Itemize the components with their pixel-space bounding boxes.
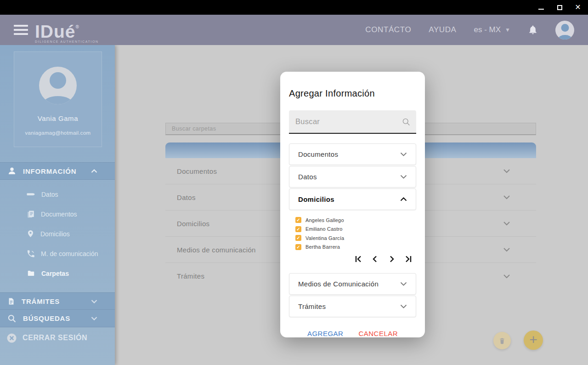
- sidebar-item-carpetas[interactable]: Carpetas: [27, 263, 115, 283]
- sidebar-item-documentos[interactable]: Documentos: [27, 204, 115, 224]
- add-information-modal: Agregar Información Documentos Datos Dom…: [280, 72, 425, 337]
- plus-icon: +: [529, 333, 537, 347]
- trash-icon: [498, 337, 506, 345]
- chevron-down-icon: [91, 316, 97, 320]
- chevron-down-icon[interactable]: [503, 195, 510, 200]
- chevron-up-icon: [91, 169, 97, 173]
- previous-page-button[interactable]: [371, 255, 379, 263]
- sidebar-item-datos[interactable]: Datos: [27, 184, 115, 204]
- logo-subtitle: DILIGENCE AUTHENTICATION: [35, 40, 99, 43]
- chevron-down-icon[interactable]: [503, 274, 510, 279]
- add-folder-button[interactable]: +: [524, 331, 543, 350]
- app-header: IDué® DILIGENCE AUTHENTICATION CONTÁCTO …: [0, 15, 588, 45]
- previous-page-icon: [371, 255, 379, 263]
- cancelar-button[interactable]: CANCELAR: [358, 330, 398, 337]
- domicilios-checklist: ✓ Angeles Gallego ✓ Emiliano Castro ✓ Va…: [295, 216, 416, 251]
- app-logo: IDué® DILIGENCE AUTHENTICATION: [35, 17, 99, 43]
- first-page-icon: [355, 255, 362, 263]
- chevron-up-icon: [400, 197, 407, 201]
- phone-icon: [27, 250, 35, 258]
- accordion-datos[interactable]: Datos: [289, 166, 416, 188]
- checkbox-checked-icon[interactable]: ✓: [295, 226, 301, 232]
- sidebar-section-busquedas[interactable]: BÚSQUEDAS: [0, 310, 115, 327]
- language-value: es - MX: [474, 25, 501, 34]
- chevron-down-icon: [400, 304, 407, 308]
- next-page-icon: [388, 255, 396, 263]
- search-icon: [7, 314, 17, 323]
- checklist-item[interactable]: ✓ Valentina García: [295, 234, 416, 243]
- folder-icon: [27, 269, 35, 277]
- agregar-button[interactable]: AGREGAR: [307, 330, 344, 337]
- chevron-down-icon: [400, 282, 407, 286]
- sidebar-item-domicilios[interactable]: Domicilios: [27, 224, 115, 244]
- last-page-button[interactable]: [404, 255, 413, 263]
- registered-mark: ®: [76, 24, 79, 29]
- pagination: [289, 255, 416, 263]
- modal-title: Agregar Información: [289, 88, 416, 99]
- logo-text: IDué®: [35, 17, 99, 41]
- search-icon: [402, 118, 411, 126]
- next-page-button[interactable]: [387, 255, 396, 263]
- window-titlebar: ✕: [0, 0, 588, 15]
- accordion-domicilios[interactable]: Domicilios: [289, 188, 416, 210]
- avatar-person-icon: [561, 24, 569, 32]
- file-icon: [7, 297, 15, 306]
- logout-button[interactable]: CERRAR SESIÓN: [0, 329, 115, 347]
- documents-icon: [27, 210, 35, 218]
- chevron-down-icon: [400, 152, 407, 156]
- accordion-tramites[interactable]: Trámites: [289, 296, 416, 317]
- language-selector[interactable]: es - MX ▼: [474, 25, 510, 34]
- accordion-documentos[interactable]: Documentos: [289, 143, 416, 165]
- window-close-button[interactable]: ✕: [574, 4, 582, 11]
- sidebar-section-tramites[interactable]: TRÁMITES: [0, 292, 115, 310]
- contact-link[interactable]: CONTÁCTO: [365, 25, 411, 34]
- checklist-item[interactable]: ✓ Emiliano Castro: [295, 225, 416, 234]
- first-page-button[interactable]: [354, 255, 363, 263]
- logout-x-circle-icon: [6, 333, 17, 343]
- profile-avatar: [39, 67, 77, 104]
- profile-card: Vania Gama vaniagamag@hotmail.com: [14, 51, 102, 147]
- bell-icon: [528, 24, 538, 35]
- window-maximize-button[interactable]: [556, 4, 563, 11]
- accordion-medios[interactable]: Medios de Comunicación: [289, 273, 416, 295]
- person-icon: [7, 166, 17, 176]
- modal-search-box: [289, 110, 416, 134]
- chevron-down-icon[interactable]: [503, 221, 510, 226]
- chevron-down-icon: ▼: [505, 27, 510, 33]
- chevron-down-icon[interactable]: [503, 169, 510, 173]
- id-card-icon: [27, 190, 35, 199]
- chevron-down-icon: [400, 175, 407, 179]
- notifications-button[interactable]: [528, 24, 538, 35]
- chevron-down-icon[interactable]: [503, 247, 510, 252]
- location-pin-icon: [27, 229, 34, 238]
- user-avatar[interactable]: [555, 21, 574, 40]
- help-link[interactable]: AYUDA: [429, 25, 456, 34]
- profile-email: vaniagamag@hotmail.com: [14, 130, 102, 136]
- profile-name: Vania Gama: [14, 114, 102, 122]
- checklist-item[interactable]: ✓ Bertha Barrera: [295, 243, 416, 252]
- sidebar-item-comunicacion[interactable]: M. de comunicación: [27, 244, 115, 263]
- checklist-item[interactable]: ✓ Angeles Gallego: [295, 216, 416, 225]
- checkbox-checked-icon[interactable]: ✓: [295, 235, 301, 241]
- sidebar-section-informacion[interactable]: INFORMACIÓN: [0, 162, 115, 180]
- last-page-icon: [404, 255, 412, 263]
- hamburger-menu-icon[interactable]: [14, 25, 28, 35]
- chevron-down-icon: [91, 299, 97, 303]
- window-minimize-button[interactable]: [537, 4, 545, 11]
- checkbox-checked-icon[interactable]: ✓: [295, 217, 301, 223]
- sidebar-section-label: INFORMACIÓN: [23, 167, 76, 175]
- maximize-icon: [557, 5, 562, 10]
- modal-search-input[interactable]: [289, 110, 416, 133]
- delete-folder-button[interactable]: [493, 332, 511, 349]
- sidebar: Vania Gama vaniagamag@hotmail.com INFORM…: [0, 45, 115, 365]
- close-icon: ✕: [575, 4, 581, 11]
- checkbox-checked-icon[interactable]: ✓: [295, 244, 301, 250]
- minimize-icon: [538, 9, 544, 10]
